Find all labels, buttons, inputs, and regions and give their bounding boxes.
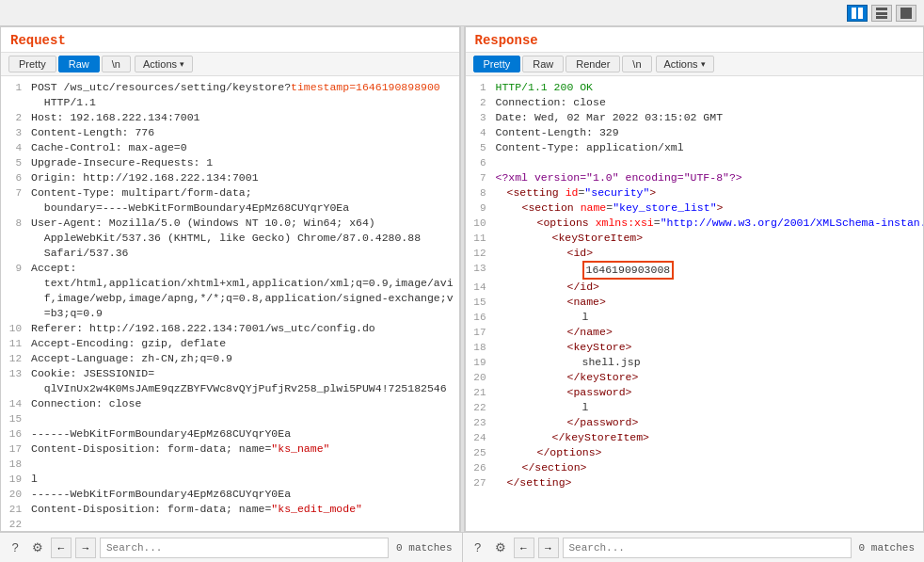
request-panel: Request Pretty Raw \n Actions ▾ 1 POST /… (0, 26, 460, 532)
request-title: Request (1, 27, 459, 53)
table-row: 5 Upgrade-Insecure-Requests: 1 (1, 155, 459, 170)
table-row: 14 Connection: close (1, 396, 459, 411)
svg-rect-2 (876, 8, 887, 10)
table-row: 5 Content-Type: application/xml (466, 140, 924, 155)
table-row: 4 Cache-Control: max-age=0 (1, 140, 459, 155)
highlighted-id-value: 1646190903008 (582, 261, 675, 280)
tab-response-render[interactable]: Render (566, 56, 620, 72)
chevron-down-icon: ▾ (701, 59, 706, 69)
tab-response-n[interactable]: \n (622, 56, 651, 72)
table-row: 20 </keyStore> (466, 370, 924, 385)
table-row: 26 </section> (466, 460, 924, 475)
table-row: 12 Accept-Language: zh-CN,zh;q=0.9 (1, 351, 459, 366)
table-row: 1 POST /ws_utc/resources/setting/keystor… (1, 80, 459, 110)
table-row: 9 Accept: text/html,application/xhtml+xm… (1, 261, 459, 321)
table-row: 6 Origin: http://192.168.222.134:7001 (1, 170, 459, 185)
response-matches-count: 0 matches (855, 542, 918, 554)
table-row: 17 Content-Disposition: form-data; name=… (1, 442, 459, 457)
request-matches-count: 0 matches (392, 542, 455, 554)
tab-request-n[interactable]: \n (102, 56, 131, 72)
table-row: 13 1646190903008 (466, 261, 924, 280)
svg-rect-5 (900, 8, 912, 19)
svg-rect-4 (876, 16, 887, 19)
table-row: 2 Connection: close (466, 95, 924, 110)
table-row: 22 (1, 517, 459, 531)
chevron-down-icon: ▾ (180, 59, 184, 69)
request-tabs: Pretty Raw \n Actions ▾ (1, 53, 459, 76)
list-view-btn[interactable] (871, 5, 892, 22)
table-row: 23 </password> (466, 415, 924, 430)
table-row: 4 Content-Length: 329 (466, 125, 924, 140)
response-title: Response (466, 27, 924, 53)
response-next-btn[interactable]: → (538, 538, 559, 558)
response-actions-btn[interactable]: Actions ▾ (656, 56, 714, 72)
panels: Request Pretty Raw \n Actions ▾ 1 POST /… (0, 26, 924, 532)
response-panel: Response Pretty Raw Render \n Actions ▾ … (465, 26, 925, 532)
table-row: 21 Content-Disposition: form-data; name=… (1, 502, 459, 517)
table-row: 14 </id> (466, 280, 924, 295)
table-row: 9 <section name="key_store_list"> (466, 201, 924, 216)
response-search-input[interactable] (563, 538, 852, 558)
table-row: 15 <name> (466, 295, 924, 310)
table-row: 25 </options> (466, 445, 924, 460)
table-row: 6 (466, 155, 924, 170)
table-row: 8 User-Agent: Mozilla/5.0 (Windows NT 10… (1, 216, 459, 261)
table-row: 11 Accept-Encoding: gzip, deflate (1, 336, 459, 351)
table-row: 20 ------WebKitFormBoundary4EpMz68CUYqrY… (1, 487, 459, 502)
table-row: 2 Host: 192.168.222.134:7001 (1, 110, 459, 125)
table-row: 11 <keyStoreItem> (466, 231, 924, 246)
table-row: 8 <setting id="security"> (466, 185, 924, 201)
table-row: 22 l (466, 400, 924, 415)
table-row: 7 <?xml version="1.0" encoding="UTF-8"?> (466, 170, 924, 185)
response-tabs: Pretty Raw Render \n Actions ▾ (466, 53, 924, 76)
table-row: 12 <id> (466, 246, 924, 261)
svg-rect-1 (858, 8, 863, 19)
table-row: 19 shell.jsp (466, 355, 924, 370)
table-row: 7 Content-Type: multipart/form-data; bou… (1, 185, 459, 216)
tab-response-raw[interactable]: Raw (522, 56, 564, 72)
svg-rect-0 (852, 8, 856, 19)
table-row: 24 </keyStoreItem> (466, 430, 924, 445)
table-row: 16 l (466, 310, 924, 325)
split-view-btn[interactable] (847, 5, 868, 22)
response-search-section: ? ⚙ ← → 0 matches (463, 533, 925, 562)
table-row: 17 </name> (466, 325, 924, 340)
response-content[interactable]: 1 HTTP/1.1 200 OK 2 Connection: close 3 … (466, 76, 924, 531)
request-help-btn[interactable]: ? (6, 538, 24, 557)
table-row: 15 (1, 411, 459, 426)
table-row: 16 ------WebKitFormBoundary4EpMz68CUYqrY… (1, 426, 459, 442)
tab-response-pretty[interactable]: Pretty (473, 56, 521, 72)
bottom-bar: ? ⚙ ← → 0 matches ? ⚙ ← → 0 matches (0, 532, 924, 562)
response-help-btn[interactable]: ? (469, 538, 487, 557)
table-row: 1 HTTP/1.1 200 OK (466, 80, 924, 95)
request-content[interactable]: 1 POST /ws_utc/resources/setting/keystor… (1, 76, 459, 531)
request-next-btn[interactable]: → (75, 538, 96, 558)
request-actions-btn[interactable]: Actions ▾ (135, 56, 193, 72)
tab-request-raw[interactable]: Raw (58, 56, 100, 72)
svg-rect-3 (876, 12, 887, 15)
request-settings-btn[interactable]: ⚙ (28, 538, 47, 557)
table-row: 18 (1, 457, 459, 472)
tab-request-pretty[interactable]: Pretty (8, 56, 56, 72)
request-search-section: ? ⚙ ← → 0 matches (0, 533, 463, 562)
table-row: 27 </setting> (466, 475, 924, 490)
response-settings-btn[interactable]: ⚙ (491, 538, 510, 557)
table-row: 21 <password> (466, 385, 924, 400)
table-row: 10 Referer: http://192.168.222.134:7001/… (1, 321, 459, 336)
response-prev-btn[interactable]: ← (514, 538, 534, 558)
table-row: 3 Date: Wed, 02 Mar 2022 03:15:02 GMT (466, 110, 924, 125)
table-row: 13 Cookie: JSESSIONID= qlVInUx2w4K0MsJAm… (1, 366, 459, 396)
table-row: 10 <options xmlns:xsi="http://www.w3.org… (466, 216, 924, 231)
table-row: 19 l (1, 472, 459, 487)
request-search-input[interactable] (100, 538, 389, 558)
request-prev-btn[interactable]: ← (51, 538, 72, 558)
preview-view-btn[interactable] (896, 5, 916, 22)
top-toolbar (0, 0, 924, 26)
table-row: 18 <keyStore> (466, 340, 924, 355)
table-row: 3 Content-Length: 776 (1, 125, 459, 140)
